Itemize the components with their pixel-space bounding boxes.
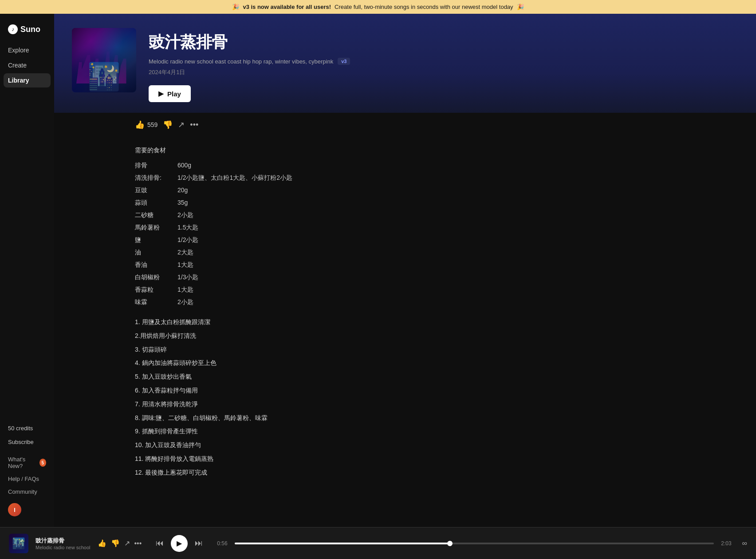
ingredient-amount-4: 2小匙 — [177, 209, 193, 221]
dislike-icon[interactable]: 👎 — [163, 120, 173, 130]
help-label: Help / FAQs — [8, 476, 39, 482]
ingredient-name-5: 馬鈴薯粉 — [135, 221, 170, 234]
banner-emoji-left: 🎉 — [232, 4, 239, 10]
recipe-section-title: 需要的食材 — [135, 144, 738, 156]
ingredient-name-4: 二砂糖 — [135, 209, 170, 221]
banner-highlight: v3 is now available for all users! — [243, 4, 331, 10]
sidebar-item-library[interactable]: Library — [4, 73, 51, 87]
player-controls: ⏮ ▶ ⏭ — [156, 535, 203, 552]
player-share-icon[interactable]: ↗ — [124, 539, 130, 547]
version-badge: v3 — [338, 58, 350, 65]
song-tags: Melodic radio new school east coast hip … — [149, 58, 738, 65]
sidebar-item-community[interactable]: Community — [4, 486, 51, 498]
credits-label: 50 credits — [4, 422, 51, 434]
ingredient-line-9: 白胡椒粉 1/3小匙 — [135, 271, 738, 283]
recipe-step-6: 7. 用清水將排骨洗乾淨 — [135, 397, 738, 411]
community-label: Community — [8, 488, 37, 495]
recipe-step-9: 10. 加入豆豉及香油拌勻 — [135, 438, 738, 452]
banner-emoji-right: 🎉 — [517, 4, 524, 10]
sidebar-footer-links: What's New? 5 Help / FAQs Community — [4, 453, 51, 498]
ingredient-name-2: 豆豉 — [135, 184, 170, 196]
song-info: 豉汁蒸排骨 Melodic radio new school east coas… — [149, 28, 738, 102]
ingredient-line-4: 二砂糖 2小匙 — [135, 209, 738, 221]
recipe-step-10: 11. 將醃好排骨放入電鍋蒸熟 — [135, 452, 738, 466]
recipe-step-11: 12. 最後撒上蔥花即可完成 — [135, 466, 738, 480]
sidebar-item-whats-new[interactable]: What's New? 5 — [4, 453, 51, 472]
player-track-name: 豉汁蒸排骨 — [35, 537, 91, 545]
ingredient-name-7: 油 — [135, 246, 170, 258]
sidebar-item-help[interactable]: Help / FAQs — [4, 473, 51, 485]
ingredient-name-3: 蒜頭 — [135, 196, 170, 209]
ingredient-name-0: 排骨 — [135, 159, 170, 171]
play-icon: ▶ — [158, 90, 164, 98]
more-icon[interactable]: ••• — [190, 120, 198, 130]
ingredient-amount-9: 1/3小匙 — [177, 271, 198, 283]
ingredient-amount-8: 1大匙 — [177, 258, 193, 271]
logo-text: Suno — [20, 25, 40, 34]
player-track-info: 豉汁蒸排骨 Melodic radio new school — [35, 537, 91, 550]
share-icon[interactable]: ↗ — [178, 120, 185, 130]
like-area: 👍 559 — [135, 120, 158, 130]
like-icon[interactable]: 👍 — [135, 120, 145, 130]
recipe-step-3: 4. 鍋內加油將蒜頭碎炒至上色 — [135, 356, 738, 370]
progress-bar-fill — [235, 543, 450, 544]
ingredient-name-11: 味霖 — [135, 296, 170, 308]
player-actions-left: 👍 👎 ↗ ••• — [98, 539, 142, 547]
top-banner: 🎉 v3 is now available for all users! Cre… — [0, 0, 756, 14]
ingredient-amount-3: 35g — [177, 196, 188, 209]
current-time: 0:56 — [217, 540, 227, 547]
song-header: 豉汁蒸排骨 Melodic radio new school east coas… — [54, 14, 756, 113]
user-avatar[interactable]: I — [8, 503, 21, 516]
ingredient-line-8: 香油 1大匙 — [135, 258, 738, 271]
ingredient-name-1: 清洗排骨: — [135, 171, 170, 184]
ingredient-amount-6: 1/2小匙 — [177, 234, 198, 246]
sidebar-nav: Explore Create Library — [4, 43, 51, 422]
next-button[interactable]: ⏭ — [195, 539, 203, 548]
ingredient-name-8: 香油 — [135, 258, 170, 271]
prev-button[interactable]: ⏮ — [156, 539, 164, 548]
total-duration: 2:03 — [721, 540, 731, 547]
ingredient-line-7: 油 2大匙 — [135, 246, 738, 258]
player-thumb-art: 🌃 — [9, 534, 28, 553]
loop-icon[interactable]: ∞ — [742, 539, 747, 547]
subscribe-button[interactable]: Subscribe — [4, 436, 51, 448]
ingredient-line-0: 排骨 600g — [135, 159, 738, 171]
ingredient-amount-0: 600g — [177, 159, 191, 171]
ingredient-line-1: 清洗排骨: 1/2小匙鹽、太白粉1大匙、小蘇打粉2小匙 — [135, 171, 738, 184]
play-pause-button[interactable]: ▶ — [171, 535, 188, 552]
ingredient-amount-11: 2小匙 — [177, 296, 193, 308]
song-recipe: 需要的食材 排骨 600g 清洗排骨: 1/2小匙鹽、太白粉1大匙、小蘇打粉2小… — [135, 144, 738, 480]
recipe-step-8: 9. 抓醃到排骨產生彈性 — [135, 424, 738, 438]
player-track-sub: Melodic radio new school — [35, 545, 91, 550]
sidebar: ♪ Suno Explore Create Library 50 credits… — [0, 14, 54, 527]
song-cover-art — [72, 28, 136, 92]
ingredient-line-6: 鹽 1/2小匙 — [135, 234, 738, 246]
recipe-step-0: 1. 用鹽及太白粉抓醃跟清潔 — [135, 315, 738, 329]
sidebar-item-explore[interactable]: Explore — [4, 43, 51, 57]
recipe-step-5: 6. 加入香蒜粒拌勻備用 — [135, 384, 738, 397]
like-count: 559 — [147, 121, 158, 128]
player-dislike-icon[interactable]: 👎 — [111, 539, 120, 547]
main-content: 豉汁蒸排骨 Melodic radio new school east coas… — [54, 14, 756, 527]
ingredient-line-3: 蒜頭 35g — [135, 196, 738, 209]
app-body: ♪ Suno Explore Create Library 50 credits… — [0, 14, 756, 527]
user-initial: I — [14, 507, 16, 513]
bottom-player: 🌃 豉汁蒸排骨 Melodic radio new school 👍 👎 ↗ •… — [0, 527, 756, 559]
ingredient-amount-5: 1.5大匙 — [177, 221, 198, 234]
recipe-step-2: 3. 切蒜頭碎 — [135, 343, 738, 357]
logo-icon: ♪ — [8, 24, 18, 34]
progress-bar[interactable] — [235, 543, 714, 544]
ingredient-line-5: 馬鈴薯粉 1.5大匙 — [135, 221, 738, 234]
ingredient-name-6: 鹽 — [135, 234, 170, 246]
banner-description: Create full, two-minute songs in seconds… — [335, 4, 513, 10]
player-more-icon[interactable]: ••• — [134, 539, 142, 547]
player-thumbnail: 🌃 — [9, 534, 28, 553]
player-right-controls: ∞ — [742, 539, 747, 547]
recipe-step-7: 8. 調味:鹽、二砂糖、白胡椒粉、馬鈴薯粉、味霖 — [135, 411, 738, 425]
recipe-step-1: 2.用烘焙用小蘇打清洗 — [135, 329, 738, 343]
ingredient-amount-2: 20g — [177, 184, 188, 196]
player-like-icon[interactable]: 👍 — [98, 539, 106, 547]
play-button[interactable]: ▶ Play — [149, 85, 191, 102]
sidebar-item-create[interactable]: Create — [4, 58, 51, 72]
ingredient-line-11: 味霖 2小匙 — [135, 296, 738, 308]
